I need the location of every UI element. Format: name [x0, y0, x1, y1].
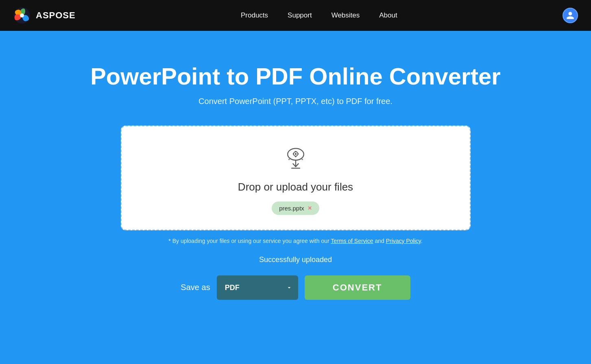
- svg-rect-5: [295, 151, 296, 152]
- svg-rect-6: [295, 156, 296, 157]
- upload-drop-text: Drop or upload your files: [238, 181, 353, 193]
- save-row: Save as PDF PPT PPTX DOCX HTML CONVERT: [181, 275, 410, 300]
- nav-support[interactable]: Support: [288, 11, 312, 20]
- file-badge: pres.pptx ✕: [272, 202, 319, 215]
- status-text: Successfully uploaded: [259, 256, 332, 264]
- logo-area: ASPOSE: [13, 6, 76, 24]
- privacy-link[interactable]: Privacy Policy: [386, 238, 421, 244]
- user-icon: [566, 11, 575, 20]
- svg-rect-7: [292, 153, 294, 154]
- remove-file-button[interactable]: ✕: [307, 205, 312, 211]
- nav-about[interactable]: About: [379, 11, 397, 20]
- user-menu[interactable]: [563, 8, 578, 23]
- main-content: PowerPoint to PDF Online Converter Conve…: [0, 31, 591, 300]
- svg-point-11: [288, 158, 290, 160]
- file-name: pres.pptx: [279, 205, 304, 212]
- page-subtitle: Convert PowerPoint (PPT, PPTX, etc) to P…: [198, 97, 393, 106]
- navbar: ASPOSE Products Support Websites About: [0, 0, 591, 31]
- terms-link[interactable]: Terms of Service: [331, 238, 373, 244]
- aspose-logo-icon: [13, 6, 31, 24]
- nav-websites[interactable]: Websites: [331, 11, 360, 20]
- format-select[interactable]: PDF PPT PPTX DOCX HTML: [217, 275, 298, 300]
- upload-dropzone[interactable]: Drop or upload your files pres.pptx ✕: [121, 126, 471, 230]
- disclaimer-text: * By uploading your files or using our s…: [168, 238, 422, 244]
- user-avatar[interactable]: [563, 8, 578, 23]
- upload-cloud-icon: [281, 143, 310, 173]
- svg-point-1: [20, 13, 24, 17]
- convert-button[interactable]: CONVERT: [305, 275, 410, 300]
- logo-text: ASPOSE: [36, 10, 76, 21]
- svg-point-4: [294, 153, 297, 155]
- nav-products[interactable]: Products: [241, 11, 268, 20]
- svg-rect-8: [297, 153, 299, 154]
- svg-point-12: [301, 158, 303, 160]
- nav-links: Products Support Websites About: [241, 11, 397, 20]
- save-label: Save as: [181, 283, 210, 292]
- page-title: PowerPoint to PDF Online Converter: [90, 63, 501, 89]
